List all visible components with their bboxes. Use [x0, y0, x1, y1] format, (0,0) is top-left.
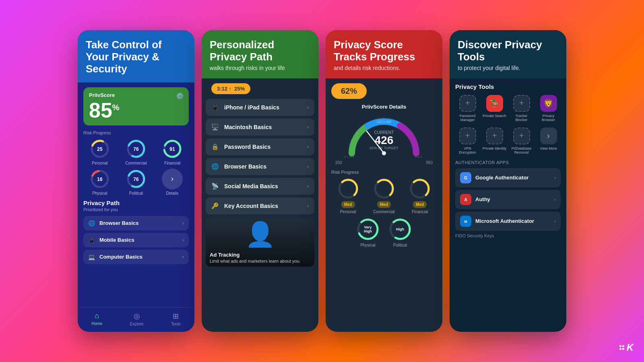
risk-circle-political: 76 Political	[126, 169, 147, 195]
computer-basics-text: Computer Basics	[99, 254, 182, 260]
physical-label2: Physical	[360, 243, 375, 247]
svg-text:M: M	[464, 220, 467, 224]
svg-text:PRO: PRO	[415, 156, 423, 157]
video-description: Limit what ads and marketers learn about…	[210, 259, 310, 263]
private-search-icon: 🦆	[486, 95, 503, 112]
risk-circle-details[interactable]: › Details	[162, 169, 183, 195]
card-discover-tools: Discover Privacy Tools to protect your d…	[450, 30, 566, 332]
tools-icon: ⊞	[173, 312, 179, 321]
card-privacy-score: Privacy Score Tracks Progress and detail…	[326, 30, 442, 332]
macintosh-icon: 🖥️	[211, 123, 219, 131]
svg-text:SECURE: SECURE	[376, 120, 392, 124]
tool-vpn[interactable]: + VPN Encryption	[455, 128, 480, 154]
card3-header: Privacy Score Tracks Progress and detail…	[326, 30, 442, 78]
card1-header: Take Control of Your Privacy & Security	[78, 30, 194, 82]
tool-privacy-browser[interactable]: 🦁 Privacy Browser	[536, 95, 561, 122]
card2-subtitle: walks through risks in your life	[210, 65, 310, 71]
social-icon: 📡	[211, 183, 219, 190]
physical-label: Physical	[92, 191, 107, 195]
personal-label: Personal	[92, 161, 107, 165]
svg-text:25: 25	[97, 146, 103, 152]
risk-circle-financial: 91 Financial	[162, 138, 183, 165]
tools-grid-row2: + VPN Encryption + Private Identity + PI…	[455, 128, 561, 154]
menu-item-browser[interactable]: 🌐 Browser Basics ›	[206, 158, 314, 175]
tools-label: Tools	[171, 322, 180, 326]
menu-item-iphone[interactable]: 📱 iPhone / iPad Basics ›	[206, 99, 314, 116]
browser-basics-chevron: ›	[182, 220, 184, 226]
gauge-scale: 250 950	[331, 160, 437, 165]
commercial-med: Med	[377, 201, 391, 208]
iphone-text: iPhone / iPad Basics	[224, 104, 307, 111]
browser-text: Browser Basics	[224, 163, 307, 170]
video-info: Ad Tracking Limit what ads and marketers…	[206, 249, 314, 267]
financial-label2: Financial	[412, 210, 428, 214]
auth-microsoft[interactable]: M Microsoft Authenticator ›	[455, 212, 561, 231]
explore-label: Explore	[130, 322, 144, 326]
menu-item-key-account[interactable]: 🔑 Key Account Basics ›	[206, 197, 314, 214]
video-person-avatar: 👤	[206, 218, 314, 251]
svg-text:76: 76	[133, 146, 139, 152]
card4-subtitle: to protect your digital life.	[458, 65, 558, 71]
privacy-browser-icon: 🦁	[540, 95, 557, 112]
auth-authy[interactable]: A Authy ›	[455, 190, 561, 209]
pi-removal-add-icon: +	[513, 128, 530, 144]
computer-basics-chevron: ›	[182, 254, 184, 260]
menu-item-social[interactable]: 📡 Social Media Basics ›	[206, 178, 314, 195]
tool-private-identity[interactable]: + Private Identity	[482, 128, 507, 154]
tool-private-search[interactable]: 🦆 Private Search	[482, 95, 507, 122]
macintosh-text: Macintosh Basics	[224, 124, 307, 130]
tool-pi-removal[interactable]: + PI/Database Removal	[509, 128, 534, 154]
private-search-label: Private Search	[483, 114, 506, 118]
risk-circles-row2: 16 Physical 76 Political	[83, 169, 189, 195]
browser-icon: 🌐	[211, 163, 219, 170]
tools-grid-row1: + Password Manager 🦆 Private Search + Tr…	[455, 95, 561, 122]
private-identity-add-icon: +	[486, 128, 503, 144]
financial-med: Med	[413, 201, 427, 208]
password-manager-add-icon: +	[459, 95, 476, 112]
microsoft-auth-icon: M	[460, 216, 471, 227]
knowtechie-logo: K	[619, 342, 634, 353]
nav-home[interactable]: ⌂ Home	[91, 312, 102, 326]
gear-icon[interactable]: ⚙️	[176, 92, 184, 100]
nav-tools[interactable]: ⊞ Tools	[171, 312, 180, 326]
home-icon: ⌂	[95, 312, 99, 320]
svg-text:High: High	[364, 229, 372, 233]
menu-item-computer-basics[interactable]: 💻 Computer Basics ›	[83, 250, 189, 264]
card3-risk-row1: Med Personal Med Commercial	[331, 178, 437, 214]
menu-item-mobile-basics[interactable]: 📱 Mobile Basics ›	[83, 233, 189, 247]
video-thumbnail[interactable]: 👤 Ad Tracking Limit what ads and markete…	[206, 218, 314, 267]
commercial-label2: Commercial	[373, 210, 394, 214]
mobile-basics-text: Mobile Basics	[99, 237, 182, 243]
priiv-score-number: 85%	[89, 100, 183, 121]
card3-physical: Very High Physical	[356, 217, 380, 247]
authy-icon: A	[460, 194, 471, 205]
political-label2: Political	[393, 243, 407, 247]
menu-item-browser-basics[interactable]: 🌐 Browser Basics ›	[83, 216, 189, 230]
social-chevron: ›	[307, 183, 309, 189]
authy-chevron: ›	[554, 197, 556, 202]
auth-google[interactable]: G Google Authenticator ›	[455, 168, 561, 187]
google-auth-icon: G	[460, 172, 471, 183]
risk-progress-section: Risk Progress 25 Personal	[83, 130, 189, 195]
privacy-browser-label: Privacy Browser	[536, 114, 561, 122]
cards-container: Take Control of Your Privacy & Security …	[70, 22, 574, 340]
fido-label: FIDO Security Keys	[455, 233, 561, 238]
card4-title: Discover Privacy Tools	[458, 39, 558, 63]
tool-tracker-blocker[interactable]: + Tracker Blocker	[509, 95, 534, 122]
macintosh-chevron: ›	[307, 124, 309, 130]
card-personalized-privacy: Personalized Privacy Path walks through …	[202, 30, 318, 332]
risk-circle-personal: 25 Personal	[89, 138, 110, 165]
svg-text:Very: Very	[364, 225, 372, 229]
menu-item-macintosh[interactable]: 🖥️ Macintosh Basics ›	[206, 119, 314, 136]
card1-title: Take Control of Your Privacy & Security	[86, 39, 186, 75]
google-auth-name: Google Authenticator	[475, 175, 554, 181]
nav-explore[interactable]: ◎ Explore	[130, 312, 144, 326]
menu-item-password[interactable]: 🔒 Password Basics ›	[206, 138, 314, 155]
tracker-blocker-add-icon: +	[513, 95, 530, 112]
private-identity-label: Private Identity	[483, 146, 507, 150]
card4-header: Discover Privacy Tools to protect your d…	[450, 30, 566, 78]
tool-password-manager[interactable]: + Password Manager	[455, 95, 480, 122]
microsoft-auth-chevron: ›	[554, 218, 556, 224]
gauge-value: 426	[369, 135, 398, 146]
tool-view-more[interactable]: › View More	[536, 128, 561, 154]
